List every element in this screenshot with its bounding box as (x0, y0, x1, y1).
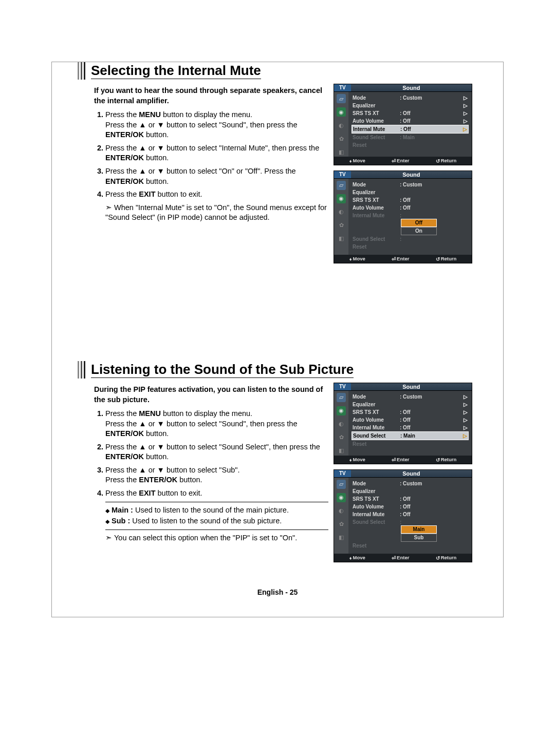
osd-row-disabled: Sound Select: (351, 235, 469, 243)
osd-option-selected: Off (401, 219, 437, 227)
setup-icon: ✿ (337, 520, 346, 529)
step-list: Press the MENU button to display the men… (94, 409, 328, 499)
page-footer: English - 25 (78, 588, 477, 596)
osd-row-disabled: Reset (351, 243, 469, 251)
osd-footer: ♦Move ⏎Enter ↺Return (334, 554, 472, 562)
step-item: Press the ▲ or ▼ button to select "On" o… (105, 166, 328, 186)
osd-row: Sound Select: (351, 518, 469, 526)
note: ➣You can select this option when the "PI… (94, 533, 328, 543)
osd-row: Mode: Custom (351, 480, 469, 487)
input-icon: ◧ (337, 234, 346, 243)
divider (105, 530, 328, 530)
osd-title: Sound (351, 171, 472, 179)
step-item: Press the MENU button to display the men… (105, 409, 328, 439)
osd-row: Equalizer▷ (351, 102, 469, 109)
section-title: Selecting the Internal Mute (91, 63, 261, 79)
osd-row: Equalizer (351, 487, 469, 495)
picture-icon: ▱ (337, 94, 346, 103)
osd-row-disabled: Reset (351, 542, 469, 550)
osd-footer: ♦Move ⏎Enter ↺Return (334, 456, 472, 464)
channel-icon: ◐ (337, 121, 346, 130)
title-bar-icon (78, 361, 87, 379)
osd-sidebar-icons: ▱ ◉ ◐ ✿ ◧ (334, 92, 348, 157)
osd-row-disabled: Reset (351, 440, 469, 448)
setup-icon: ✿ (337, 134, 346, 143)
osd-sidebar-icons: ▱ ◉ ◐ ✿ ◧ (334, 478, 348, 554)
step-item: Press the EXIT button to exit. (105, 190, 328, 200)
osd-row: Internal Mute: (351, 212, 469, 219)
input-icon: ◧ (337, 147, 346, 157)
definition-item: ◆Sub : Used to listen to the sound of th… (105, 516, 328, 526)
osd-row: Auto Volume: Off▷ (351, 117, 469, 125)
setup-icon: ✿ (337, 433, 346, 442)
osd-row: Auto Volume: Off (351, 204, 469, 212)
title-bar-icon (78, 62, 87, 80)
osd-row: Auto Volume: Off▷ (351, 416, 469, 424)
intro-text: If you want to hear the sound through se… (94, 86, 328, 106)
osd-row-disabled: Reset (351, 141, 469, 149)
sound-icon: ◉ (337, 194, 346, 203)
osd-screenshot: TVSound ▱ ◉ ◐ ✿ ◧ Mode: Custom▷ Equalize… (334, 84, 472, 165)
setup-icon: ✿ (337, 221, 346, 230)
osd-row: Mode: Custom▷ (351, 94, 469, 102)
step-item: Press the ▲ or ▼ button to select "Inter… (105, 143, 328, 163)
osd-row-highlighted: Sound Select: Main▷ (351, 431, 469, 440)
instruction-text: If you want to hear the sound through se… (78, 84, 334, 223)
osd-row: Mode: Custom▷ (351, 393, 469, 401)
osd-sidebar-icons: ▱ ◉ ◐ ✿ ◧ (334, 391, 348, 456)
channel-icon: ◐ (337, 506, 346, 516)
osd-screenshot: TVSound ▱ ◉ ◐ ✿ ◧ Mode: Custom Equalizer… (334, 469, 472, 562)
osd-option-selected: Main (401, 525, 437, 534)
sound-icon: ◉ (337, 107, 346, 117)
channel-icon: ◐ (337, 420, 346, 429)
sound-icon: ◉ (337, 493, 346, 502)
tv-tab: TV (334, 84, 351, 92)
section-internal-mute: Selecting the Internal Mute If you want … (78, 62, 477, 269)
osd-row: Equalizer (351, 188, 469, 196)
tv-tab: TV (334, 470, 351, 478)
osd-row: Mode: Custom (351, 181, 469, 188)
step-item: Press the ▲ or ▼ button to select "Sound… (105, 442, 328, 462)
tv-tab: TV (334, 383, 351, 391)
osd-row: SRS TS XT: Off (351, 495, 469, 503)
osd-row: SRS TS XT: Off▷ (351, 408, 469, 416)
tv-tab: TV (334, 171, 351, 179)
input-icon: ◧ (337, 446, 346, 456)
picture-icon: ▱ (337, 393, 346, 402)
osd-row: SRS TS XT: Off▷ (351, 109, 469, 117)
picture-icon: ▱ (337, 480, 346, 489)
note: ➣When "Internal Mute" is set to "On", th… (94, 203, 328, 223)
osd-footer: ♦Move ⏎Enter ↺Return (334, 255, 472, 263)
step-item: Press the ▲ or ▼ button to select "Sub".… (105, 465, 328, 485)
osd-row-highlighted: Internal Mute: Off▷ (351, 125, 469, 134)
picture-icon: ▱ (337, 181, 346, 190)
input-icon: ◧ (337, 533, 346, 542)
osd-screenshot: TVSound ▱ ◉ ◐ ✿ ◧ Mode: Custom Equalizer… (334, 171, 472, 263)
osd-option: On (401, 227, 437, 235)
osd-title: Sound (351, 84, 472, 92)
section-title: Listening to the Sound of the Sub Pictur… (91, 362, 354, 378)
sound-icon: ◉ (337, 406, 346, 415)
osd-row-disabled: Sound Select: Main (351, 134, 469, 141)
step-item: Press the MENU button to display the men… (105, 110, 328, 140)
section-sub-picture: Listening to the Sound of the Sub Pictur… (78, 361, 477, 568)
osd-row: Internal Mute: Off▷ (351, 424, 469, 431)
osd-title: Sound (351, 470, 472, 478)
definition-item: ◆Main : Used to listen to the sound of t… (105, 505, 328, 516)
intro-text: During the PIP features activation, you … (94, 385, 328, 405)
step-item: Press the EXIT button to exit. (105, 488, 328, 499)
osd-footer: ♦Move ⏎Enter ↺Return (334, 157, 472, 165)
osd-title: Sound (351, 383, 472, 391)
instruction-text: During the PIP features activation, you … (78, 383, 334, 543)
osd-row: SRS TS XT: Off (351, 196, 469, 204)
channel-icon: ◐ (337, 207, 346, 217)
osd-row: Auto Volume: Off (351, 503, 469, 511)
divider (105, 502, 328, 502)
osd-option: Sub (401, 534, 437, 542)
osd-row: Internal Mute: Off (351, 511, 469, 518)
step-list: Press the MENU button to display the men… (94, 110, 328, 200)
osd-screenshot: TVSound ▱ ◉ ◐ ✿ ◧ Mode: Custom▷ Equalize… (334, 383, 472, 464)
osd-sidebar-icons: ▱ ◉ ◐ ✿ ◧ (334, 179, 348, 255)
definition-list: ◆Main : Used to listen to the sound of t… (94, 505, 328, 526)
osd-row: Equalizer▷ (351, 401, 469, 408)
